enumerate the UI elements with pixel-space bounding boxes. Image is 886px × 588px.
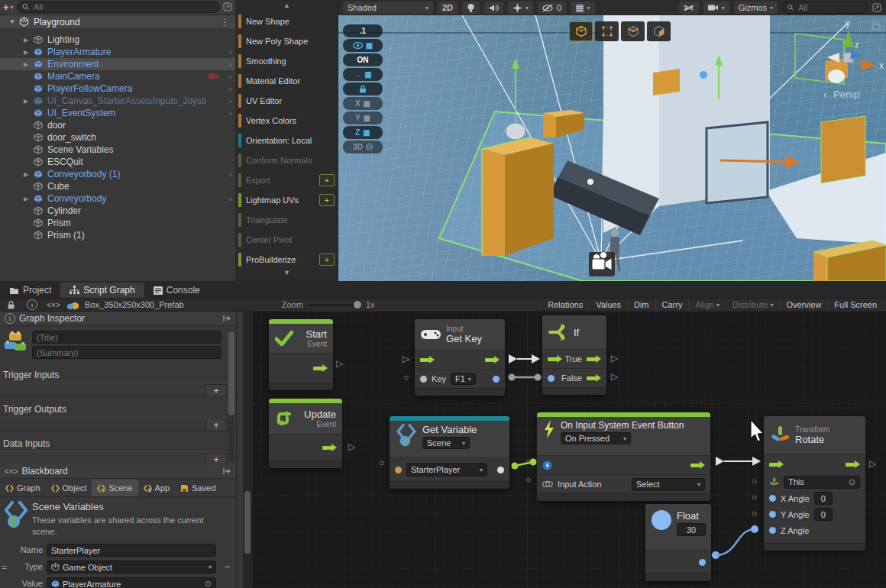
- name-in-port[interactable]: [395, 467, 402, 473]
- graph-summary-input[interactable]: [32, 346, 222, 359]
- add-trigger-output-button[interactable]: +: [205, 418, 227, 431]
- transform-port-icon[interactable]: [769, 477, 779, 487]
- chevron-icon[interactable]: ›: [229, 48, 231, 57]
- flow-port-icon[interactable]: ▷: [348, 442, 355, 451]
- expander-icon[interactable]: ▶: [21, 195, 31, 202]
- probuilder-item-vertex-colors[interactable]: Vertex Colors: [235, 111, 338, 130]
- hierarchy-item-maincamera[interactable]: MainCamera›: [0, 70, 235, 82]
- probuilder-item-smoothing[interactable]: Smoothing: [235, 52, 338, 70]
- effects-dropdown[interactable]: ▾: [508, 2, 533, 14]
- data-port-icon[interactable]: ○: [379, 458, 384, 467]
- vertex-mode-button[interactable]: [595, 21, 619, 41]
- hierarchy-item-prism-1[interactable]: Prism (1): [0, 229, 235, 241]
- node-update-event[interactable]: UpdateEvent: [269, 399, 342, 468]
- popout-icon[interactable]: [872, 3, 881, 12]
- orange-box-wall[interactable]: [653, 69, 680, 95]
- progrids-lock-button[interactable]: [343, 82, 383, 95]
- tab-console[interactable]: Console: [144, 283, 209, 298]
- data-out-port[interactable]: [493, 376, 500, 383]
- target-object-field[interactable]: This⊙: [784, 476, 860, 489]
- distribute-dropdown[interactable]: Distribute ▾: [726, 299, 780, 311]
- progrids-push-button[interactable]: →▦: [343, 68, 383, 81]
- teapot-prop[interactable]: [506, 58, 525, 140]
- face-mode-button[interactable]: [647, 21, 671, 41]
- options-plus-button[interactable]: +: [319, 194, 335, 206]
- character-head[interactable]: [611, 229, 619, 237]
- hierarchy-item-environment[interactable]: ▶Environment›: [0, 58, 235, 70]
- variable-scope-dropdown[interactable]: Scene▾: [422, 437, 470, 449]
- values-button[interactable]: Values: [589, 299, 627, 311]
- probuilder-item-probuilderize[interactable]: ProBuilderize+: [235, 250, 338, 269]
- flow-out-true-port[interactable]: [587, 357, 596, 361]
- flow-port-icon[interactable]: ▷: [611, 354, 618, 363]
- hierarchy-item-door[interactable]: door: [0, 119, 235, 131]
- scene-visibility-toggle[interactable]: 0: [538, 2, 566, 14]
- chevron-icon[interactable]: ›: [229, 85, 231, 93]
- data-port-icon[interactable]: ○: [525, 475, 531, 484]
- kebab-icon[interactable]: ⋮: [220, 17, 229, 27]
- scene-camera-icon[interactable]: [589, 252, 615, 277]
- hierarchy-item-cylinder[interactable]: Cylinder: [0, 205, 235, 217]
- inspector-scrollbar[interactable]: [228, 330, 234, 461]
- gizmos-dropdown[interactable]: Gizmos▾: [734, 2, 778, 14]
- variable-name-input[interactable]: [47, 544, 216, 557]
- popout-icon[interactable]: [222, 467, 231, 476]
- hierarchy-search-input[interactable]: [32, 2, 215, 12]
- y-angle-port[interactable]: [769, 511, 776, 518]
- hierarchy-item-conveyorbody[interactable]: ▶Conveyorbody›: [0, 192, 235, 205]
- y-angle-input[interactable]: 0: [814, 508, 833, 521]
- progrids-3d-button[interactable]: 3D: [343, 141, 383, 153]
- data-port-icon[interactable]: ○: [752, 493, 757, 502]
- chevron-icon[interactable]: ›: [229, 97, 231, 105]
- data-port-icon[interactable]: ○: [752, 509, 757, 518]
- object-mode-button[interactable]: [569, 21, 593, 41]
- hierarchy-item-lighting[interactable]: ▶Lighting: [0, 34, 235, 46]
- scene-search-input[interactable]: [797, 2, 862, 13]
- hierarchy-item-scene-variables[interactable]: Scene Variables: [0, 144, 235, 156]
- target-in-port[interactable]: [542, 460, 552, 470]
- carry-button[interactable]: Carry: [655, 299, 689, 311]
- gizmo-lock-icon[interactable]: [873, 24, 880, 30]
- tab-project[interactable]: Project: [0, 283, 60, 298]
- expander-icon[interactable]: ▶: [21, 98, 31, 105]
- code-view-button[interactable]: <×>: [46, 299, 61, 310]
- node-if[interactable]: If True False: [542, 315, 606, 395]
- options-plus-button[interactable]: +: [319, 174, 335, 186]
- small-sphere[interactable]: [587, 179, 593, 185]
- data-in-port[interactable]: [420, 376, 427, 383]
- zoom-slider[interactable]: [309, 304, 360, 306]
- add-trigger-input-button[interactable]: +: [205, 384, 227, 397]
- dim-button[interactable]: Dim: [627, 299, 655, 311]
- expander-icon[interactable]: ▶: [21, 37, 31, 44]
- persp-text[interactable]: Persp: [833, 89, 859, 100]
- condition-in-port[interactable]: [548, 375, 555, 382]
- camera-dropdown[interactable]: ▾: [703, 2, 729, 14]
- node-rotate[interactable]: TransformRotate This⊙ X Angle0 Y Angle0 …: [764, 416, 865, 551]
- progrids-x-button[interactable]: X▦: [343, 97, 383, 110]
- flow-port-icon[interactable]: ▷: [611, 372, 618, 381]
- blackboard-tab-saved[interactable]: Saved: [175, 480, 221, 496]
- data-port-icon[interactable]: ○: [403, 373, 409, 382]
- float-value-input[interactable]: 30: [677, 523, 706, 536]
- data-port-icon[interactable]: ○: [752, 477, 757, 486]
- flow-in-port[interactable]: [548, 357, 557, 361]
- gizmo-y-cone[interactable]: [843, 31, 854, 47]
- blackboard-tab-scene[interactable]: Scene: [92, 480, 137, 496]
- hierarchy-item-cube[interactable]: Cube: [0, 180, 235, 192]
- gizmo-z-cone[interactable]: [850, 50, 861, 60]
- orientation-gizmo[interactable]: y z x: [827, 18, 884, 83]
- shading-dropdown[interactable]: Shaded▾: [343, 2, 433, 14]
- align-dropdown[interactable]: Align ▾: [688, 299, 726, 311]
- audio-toggle[interactable]: [484, 2, 503, 14]
- info-button[interactable]: i: [24, 299, 40, 310]
- popout-icon[interactable]: [223, 2, 232, 11]
- probuilder-item-new-poly-shape[interactable]: New Poly Shape: [235, 32, 338, 50]
- script-graph-canvas[interactable]: StartEvent ▷ InputGet Key Key F1▾ ▷ ○ If…: [252, 312, 886, 588]
- zoom-slider-thumb[interactable]: [354, 301, 361, 309]
- probuilder-item-lightmap-uvs[interactable]: Lightmap UVs+: [235, 191, 338, 209]
- x-angle-input[interactable]: 0: [814, 492, 833, 505]
- orange-box-right[interactable]: [821, 116, 865, 183]
- gizmo-x-cone[interactable]: [861, 60, 876, 70]
- graph-title-input[interactable]: [32, 331, 222, 344]
- edge-mode-button[interactable]: [621, 21, 645, 41]
